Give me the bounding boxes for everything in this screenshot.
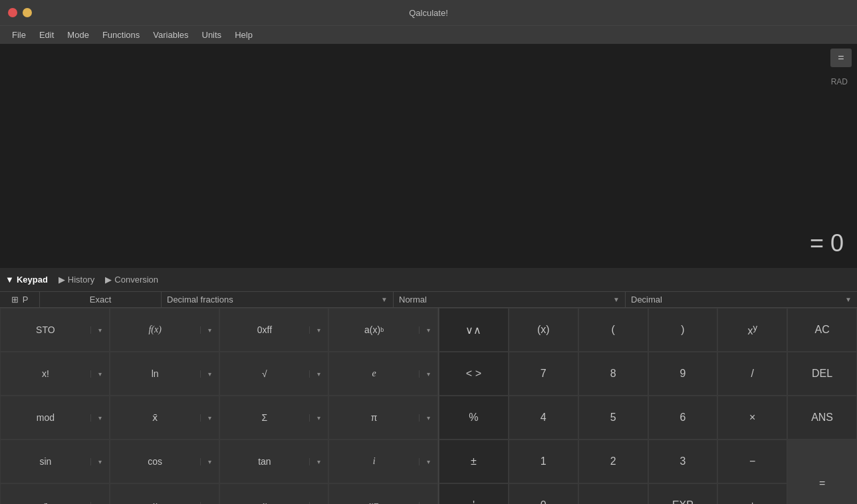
key-i[interactable]: i ▾ — [328, 440, 438, 483]
menu-file[interactable]: File — [5, 29, 33, 41]
menu-units[interactable]: Units — [195, 29, 229, 41]
key-e-arrow[interactable]: ▾ — [419, 370, 437, 378]
key-minus[interactable]: − — [717, 440, 787, 483]
key-8[interactable]: 8 — [578, 352, 648, 396]
decimal-dropdown[interactable]: Decimal ▼ — [626, 292, 857, 307]
tab-keypad-arrow: ▼ — [5, 275, 14, 285]
key-9[interactable]: 9 — [648, 352, 718, 396]
key-paren-x[interactable]: (x) — [509, 308, 578, 352]
key-plus[interactable]: + — [717, 483, 787, 504]
key-sqrt[interactable]: √ ▾ — [219, 352, 329, 396]
key-x-arrow[interactable]: ▾ — [309, 502, 328, 505]
key-hex-label: 0xff — [220, 324, 310, 335]
key-sigma-arrow[interactable]: ▾ — [309, 414, 328, 422]
menu-functions[interactable]: Functions — [96, 29, 146, 41]
key-quote-label: ' — [473, 499, 475, 504]
key-hex-arrow[interactable]: ▾ — [309, 326, 328, 334]
menu-variables[interactable]: Variables — [146, 29, 195, 41]
key-multiply[interactable]: × — [717, 396, 787, 440]
key-sin[interactable]: sin ▾ — [0, 440, 110, 483]
key-fx-arrow[interactable]: ▾ — [200, 326, 219, 334]
key-axb-label: a(x)b — [329, 324, 419, 335]
key-plusminus[interactable]: ± — [439, 440, 509, 483]
key-sqrt-arrow[interactable]: ▾ — [309, 370, 328, 378]
key-i-arrow[interactable]: ▾ — [419, 458, 437, 465]
key-y[interactable]: y ▾ — [110, 483, 219, 504]
key-exp[interactable]: EXP — [648, 483, 718, 504]
window-controls — [8, 8, 32, 17]
normal-dropdown[interactable]: Normal ▼ — [394, 292, 626, 307]
key-divide[interactable]: / — [717, 352, 787, 396]
close-button[interactable] — [8, 8, 17, 17]
key-y-arrow[interactable]: ▾ — [200, 502, 219, 505]
key-fx[interactable]: f(x) ▾ — [110, 308, 219, 352]
equals-button[interactable]: = — [830, 49, 852, 67]
key-power[interactable]: xy — [717, 308, 787, 352]
key-0[interactable]: 0 — [509, 483, 578, 504]
key-xbar[interactable]: x̄ ▾ — [110, 396, 219, 440]
key-axb[interactable]: a(x)b ▾ — [328, 308, 438, 352]
key-3[interactable]: 3 — [648, 440, 718, 483]
key-tan-arrow[interactable]: ▾ — [309, 458, 328, 465]
menu-mode[interactable]: Mode — [61, 29, 96, 41]
minimize-button[interactable] — [23, 8, 32, 17]
key-pi-arrow[interactable]: ▾ — [419, 414, 437, 422]
key-7-label: 7 — [541, 368, 547, 380]
key-mod[interactable]: mod ▾ — [0, 396, 110, 440]
grid-toggle[interactable]: ⊞ P — [0, 292, 40, 307]
key-z[interactable]: z ▾ — [0, 483, 110, 504]
key-cos-arrow[interactable]: ▾ — [200, 458, 219, 465]
normal-arrow-icon: ▼ — [613, 296, 620, 303]
menu-edit[interactable]: Edit — [33, 29, 61, 41]
key-2[interactable]: 2 — [578, 440, 648, 483]
decfrac-dropdown[interactable]: Decimal fractions ▼ — [162, 292, 394, 307]
key-tan[interactable]: tan ▾ — [219, 440, 329, 483]
key-nav[interactable]: < > — [439, 352, 509, 396]
key-xeq[interactable]: x= ▾ — [328, 483, 438, 504]
key-e[interactable]: e ▾ — [328, 352, 438, 396]
key-4[interactable]: 4 — [509, 396, 578, 440]
tab-keypad[interactable]: ▼ Keypad — [5, 275, 48, 285]
key-6[interactable]: 6 — [648, 396, 718, 440]
key-close-paren[interactable]: ) — [648, 308, 718, 352]
expression-input[interactable] — [7, 49, 824, 61]
key-sto[interactable]: STO ▾ — [0, 308, 110, 352]
key-sto-arrow[interactable]: ▾ — [90, 326, 109, 334]
menu-help[interactable]: Help — [228, 29, 259, 41]
key-xeq-arrow[interactable]: ▾ — [419, 502, 437, 505]
key-cos[interactable]: cos ▾ — [110, 440, 219, 483]
exact-dropdown[interactable]: Exact — [40, 292, 162, 307]
key-8-label: 8 — [610, 368, 616, 380]
key-quote[interactable]: ' — [439, 483, 509, 504]
key-5[interactable]: 5 — [578, 396, 648, 440]
key-dot[interactable]: . — [578, 483, 648, 504]
key-equals[interactable]: = — [787, 440, 857, 504]
key-ac[interactable]: AC — [787, 308, 857, 352]
key-mod-arrow[interactable]: ▾ — [90, 414, 109, 422]
scroll-down-icon: ∧ — [473, 324, 481, 336]
key-ln-arrow[interactable]: ▾ — [200, 370, 219, 378]
key-percent[interactable]: % — [439, 396, 509, 440]
key-xbar-arrow[interactable]: ▾ — [200, 414, 219, 422]
key-ans[interactable]: ANS — [787, 396, 857, 440]
key-scroll[interactable]: ∨ ∧ — [439, 308, 509, 352]
key-axb-arrow[interactable]: ▾ — [419, 326, 437, 334]
tab-history[interactable]: ▶ History — [59, 275, 94, 285]
key-sin-arrow[interactable]: ▾ — [90, 458, 109, 465]
key-7[interactable]: 7 — [509, 352, 578, 396]
key-factorial[interactable]: x! ▾ — [0, 352, 110, 396]
key-del[interactable]: DEL — [787, 352, 857, 396]
key-sigma[interactable]: Σ ▾ — [219, 396, 329, 440]
key-pi[interactable]: π ▾ — [328, 396, 438, 440]
key-factorial-arrow[interactable]: ▾ — [90, 370, 109, 378]
key-hex[interactable]: 0xff ▾ — [219, 308, 329, 352]
key-ln[interactable]: ln ▾ — [110, 352, 219, 396]
tab-conversion[interactable]: ▶ Conversion — [105, 275, 158, 285]
key-z-arrow[interactable]: ▾ — [90, 502, 109, 505]
decfrac-label: Decimal fractions — [167, 295, 233, 305]
key-open-paren[interactable]: ( — [578, 308, 648, 352]
key-power-label: xy — [747, 322, 757, 337]
key-1[interactable]: 1 — [509, 440, 578, 483]
key-del-label: DEL — [812, 368, 832, 380]
key-x[interactable]: x ▾ — [219, 483, 329, 504]
